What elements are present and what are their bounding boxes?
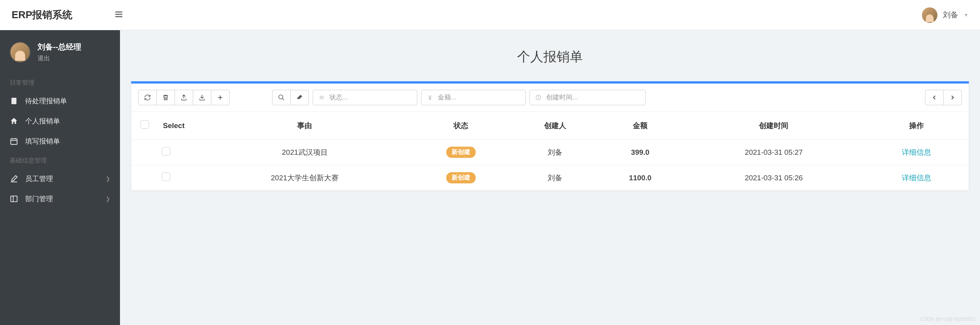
eraser-icon [296,94,303,101]
status-badge: 新创建 [446,147,476,158]
detail-link[interactable]: 详细信息 [902,148,931,156]
add-button[interactable] [211,90,230,105]
col-creator: 创建人 [513,112,597,140]
cell-creator: 刘备 [513,140,597,165]
chevron-right-icon: ❯ [106,176,110,182]
col-created: 创建时间 [683,112,865,140]
download-icon [199,94,206,101]
data-panel: Select 事由 状态 创建人 金额 创建时间 操作 2021武汉项目新创建刘… [131,81,969,191]
svg-rect-3 [12,98,17,104]
cell-amount: 1100.0 [598,165,683,191]
amount-input[interactable] [438,94,520,101]
refresh-icon [144,94,151,101]
status-badge: 新创建 [446,172,476,183]
cell-amount: 399.0 [598,140,683,165]
detail-link[interactable]: 详细信息 [902,174,931,182]
sidebar-section-header: 日常管理 [0,74,120,91]
user-menu[interactable]: 刘备 ▼ [922,7,968,23]
sidebar-item-create[interactable]: 填写报销单 [0,131,120,151]
sidebar-item-label: 待处理报销单 [25,96,67,106]
hamburger-icon [114,10,123,19]
next-page-button[interactable] [943,90,962,105]
cell-reason: 2021大学生创新大赛 [201,165,409,191]
data-table: Select 事由 状态 创建人 金额 创建时间 操作 2021武汉项目新创建刘… [131,112,969,191]
avatar [922,7,937,23]
sidebar-item-staff[interactable]: 员工管理 ❯ [0,169,120,189]
import-button[interactable] [193,90,211,105]
list-icon [319,94,325,101]
col-action: 操作 [865,112,969,140]
file-icon [10,97,18,105]
table-row: 2021大学生创新大赛新创建刘备1100.02021-03-31 05:26详细… [131,165,969,191]
col-reason: 事由 [201,112,409,140]
trash-icon [162,94,169,101]
currency-icon [427,94,433,101]
upload-icon [180,94,187,101]
search-icon [278,94,285,101]
col-status: 状态 [409,112,513,140]
prev-page-button[interactable] [925,90,944,105]
topbar: ERP报销系统 刘备 ▼ [0,0,980,30]
columns-icon [10,195,18,203]
sidebar-item-label: 部门管理 [25,194,53,204]
sidebar-section-header: 基础信息管理 [0,151,120,169]
export-button[interactable] [175,90,193,105]
toolbar [131,84,969,112]
row-checkbox[interactable] [162,173,170,181]
sidebar-item-pending[interactable]: 待处理报销单 [0,91,120,111]
chevron-right-icon [949,94,956,101]
amount-filter[interactable] [421,90,526,105]
edit-icon [10,174,18,183]
username-label: 刘备 [943,10,958,20]
status-input[interactable] [329,94,411,101]
logout-link[interactable]: 退出 [38,55,81,63]
calendar-icon [10,137,18,145]
sidebar-item-label: 个人报销单 [25,116,60,126]
main-content: 个人报销单 [120,30,980,325]
app-title: ERP报销系统 [12,8,72,22]
table-header-row: Select 事由 状态 创建人 金额 创建时间 操作 [131,112,969,140]
col-select: Select [158,112,201,140]
search-button[interactable] [272,90,291,105]
avatar [10,42,31,63]
sidebar-item-personal[interactable]: 个人报销单 [0,111,120,131]
chevron-left-icon [931,94,938,101]
sidebar-item-label: 填写报销单 [25,137,60,146]
sidebar-item-dept[interactable]: 部门管理 ❯ [0,189,120,209]
menu-toggle-button[interactable] [111,7,127,24]
cell-created: 2021-03-31 05:27 [683,140,865,165]
sidebar-item-label: 员工管理 [25,174,53,183]
delete-button[interactable] [156,90,175,105]
svg-rect-4 [11,139,17,145]
row-checkbox[interactable] [162,147,170,156]
cell-creator: 刘备 [513,165,597,191]
sidebar-user-title: 刘备--总经理 [38,42,81,52]
refresh-button[interactable] [138,90,157,105]
clear-button[interactable] [290,90,309,105]
table-row: 2021武汉项目新创建刘备399.02021-03-31 05:27详细信息 [131,140,969,165]
plus-icon [217,94,224,101]
svg-rect-8 [11,196,17,202]
sidebar-user-block: 刘备--总经理 退出 [0,38,120,74]
svg-point-12 [279,95,283,99]
chevron-right-icon: ❯ [106,196,110,202]
home-icon [10,117,18,125]
cell-reason: 2021武汉项目 [201,140,409,165]
caret-down-icon: ▼ [964,12,968,18]
select-all-checkbox[interactable] [140,120,149,129]
time-filter[interactable] [529,90,646,105]
page-title: 个人报销单 [131,48,969,66]
status-filter[interactable] [313,90,417,105]
cell-created: 2021-03-31 05:26 [683,165,865,191]
col-amount: 金额 [598,112,683,140]
svg-line-13 [282,98,284,100]
clock-icon [535,94,541,101]
sidebar: 刘备--总经理 退出 日常管理 待处理报销单 个人报销单 填写报销单 基础信息管… [0,30,120,325]
time-input[interactable] [546,94,640,101]
